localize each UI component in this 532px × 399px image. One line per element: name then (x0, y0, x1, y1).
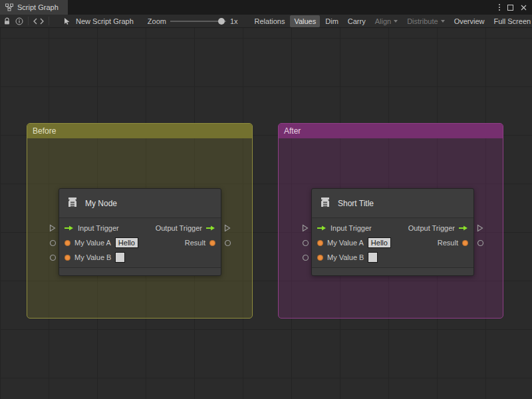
data-in-port-icon[interactable] (65, 255, 70, 261)
tab-title: Script Graph (17, 3, 59, 11)
graph-name-label[interactable]: New Script Graph (76, 17, 134, 25)
value-a-field[interactable]: Hello (115, 237, 138, 248)
zoom-slider[interactable] (170, 15, 226, 28)
group-header[interactable]: After (279, 124, 503, 138)
script-graph-window: Script Graph (0, 0, 532, 399)
value-b-field[interactable] (115, 252, 125, 263)
toolbar-divider (49, 17, 49, 25)
port-label: Output Trigger (156, 224, 202, 232)
node-header[interactable]: My Node (59, 189, 221, 218)
window-controls (499, 0, 532, 15)
node-short-title[interactable]: Short Title Input Trigger Output Trigger (299, 188, 486, 276)
port-label: Output Trigger (408, 224, 455, 232)
flow-out-port-icon[interactable] (459, 225, 468, 231)
port-row: My Value B (312, 250, 473, 265)
node-ports: Input Trigger Output Trigger My Value A … (312, 218, 473, 267)
graph-icon (5, 3, 13, 11)
values-button[interactable]: Values (290, 15, 320, 27)
data-in-external-port-icon[interactable] (47, 235, 59, 250)
graph-canvas[interactable]: Before After (0, 28, 532, 399)
node-title: My Node (85, 199, 117, 208)
node-title: Short Title (338, 199, 374, 208)
port-row: My Value A Hello Result (59, 235, 221, 250)
data-in-port-icon[interactable] (65, 240, 70, 246)
port-label: Input Trigger (331, 224, 372, 232)
value-b-field[interactable] (368, 252, 378, 263)
port-label: My Value A (327, 239, 364, 247)
close-icon[interactable] (521, 1, 527, 13)
code-view-icon[interactable] (33, 18, 44, 25)
lock-icon[interactable] (3, 17, 11, 25)
flow-in-port-icon[interactable] (65, 225, 74, 231)
data-in-external-port-icon[interactable] (299, 250, 311, 265)
node-external-ports-left (299, 188, 311, 276)
info-icon[interactable] (15, 17, 23, 25)
toolbar-divider (28, 17, 29, 25)
flow-out-external-port-icon[interactable] (474, 221, 486, 235)
port-label: Result (185, 239, 205, 247)
group-title: Before (33, 126, 56, 136)
flow-in-external-port-icon[interactable] (299, 221, 311, 235)
carry-button[interactable]: Carry (344, 15, 370, 27)
flow-in-port-icon[interactable] (317, 225, 327, 231)
node-header[interactable]: Short Title (312, 189, 473, 218)
data-out-external-port-icon[interactable] (474, 235, 486, 250)
port-row: My Value A Hello Result (312, 235, 473, 250)
port-label: My Value B (74, 253, 111, 261)
maximize-icon[interactable] (507, 5, 513, 11)
node-external-ports-right (474, 188, 486, 276)
data-out-port-icon[interactable] (462, 240, 468, 246)
node-ports: Input Trigger Output Trigger My Value A … (59, 218, 221, 267)
data-out-port-icon[interactable] (209, 240, 215, 246)
chevron-down-icon (441, 20, 445, 23)
node-icon (319, 196, 332, 211)
port-label: Input Trigger (78, 224, 119, 232)
zoom-control: Zoom 1x (148, 15, 238, 28)
graph-toolbar: New Script Graph Zoom 1x Relations Value… (0, 15, 532, 28)
data-in-external-port-icon[interactable] (299, 235, 311, 250)
node-my-node[interactable]: My Node Input Trigger Output Trigger (47, 188, 233, 276)
port-row: Input Trigger Output Trigger (59, 221, 221, 235)
node-body[interactable]: Short Title Input Trigger Output Trigger (311, 188, 474, 276)
group-header[interactable]: Before (27, 124, 252, 138)
chevron-down-icon (394, 20, 398, 23)
port-label: My Value B (327, 253, 364, 261)
port-label: My Value A (74, 239, 111, 247)
node-footer (312, 267, 473, 275)
zoom-value: 1x (230, 17, 238, 25)
group-title: After (284, 126, 301, 136)
align-button: Align (371, 15, 402, 27)
zoom-slider-handle[interactable] (218, 18, 225, 25)
zoom-label: Zoom (148, 17, 166, 25)
fullscreen-button[interactable]: Full Screen (489, 15, 532, 27)
tab-bar: Script Graph (0, 0, 532, 15)
data-out-external-port-icon[interactable] (221, 235, 233, 250)
data-in-port-icon[interactable] (317, 255, 323, 261)
node-footer (59, 267, 221, 275)
flow-out-port-icon[interactable] (206, 225, 215, 231)
cursor-icon (63, 17, 71, 25)
port-label: Result (438, 239, 458, 247)
overview-button[interactable]: Overview (450, 15, 489, 27)
flow-in-external-port-icon[interactable] (47, 221, 59, 235)
tab-script-graph[interactable]: Script Graph (0, 0, 68, 15)
value-a-field[interactable]: Hello (368, 237, 391, 248)
node-icon (66, 196, 79, 211)
port-row: Input Trigger Output Trigger (312, 221, 473, 235)
toolbar-buttons: Relations Values Dim Carry Align Distrib… (251, 15, 532, 27)
flow-out-external-port-icon[interactable] (221, 221, 233, 235)
distribute-button: Distribute (403, 15, 448, 27)
menu-icon[interactable] (499, 4, 500, 11)
relations-button[interactable]: Relations (251, 15, 289, 27)
data-in-port-icon[interactable] (317, 240, 323, 246)
node-external-ports-left (47, 188, 59, 276)
data-in-external-port-icon[interactable] (47, 250, 59, 265)
dim-button[interactable]: Dim (321, 15, 342, 27)
node-external-ports-right (221, 188, 233, 276)
node-body[interactable]: My Node Input Trigger Output Trigger (59, 188, 221, 276)
port-row: My Value B (59, 250, 221, 265)
